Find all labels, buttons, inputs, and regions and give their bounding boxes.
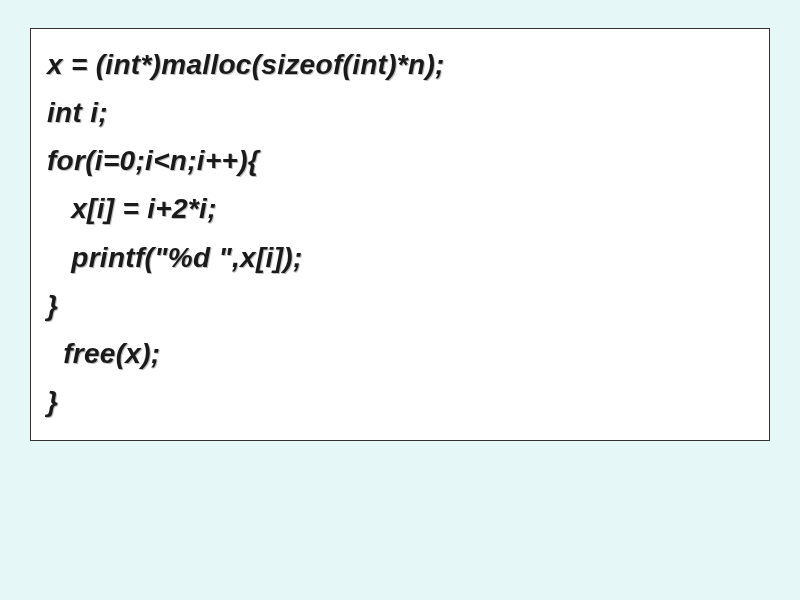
code-line: } — [47, 282, 753, 330]
code-line: printf("%d ",x[i]); — [47, 234, 753, 282]
code-line: for(i=0;i<n;i++){ — [47, 137, 753, 185]
code-line: } — [47, 378, 753, 426]
code-block: x = (int*)malloc(sizeof(int)*n); int i; … — [30, 28, 770, 441]
code-line: int i; — [47, 89, 753, 137]
code-line: free(x); — [47, 330, 753, 378]
code-line: x[i] = i+2*i; — [47, 185, 753, 233]
code-line: x = (int*)malloc(sizeof(int)*n); — [47, 41, 753, 89]
